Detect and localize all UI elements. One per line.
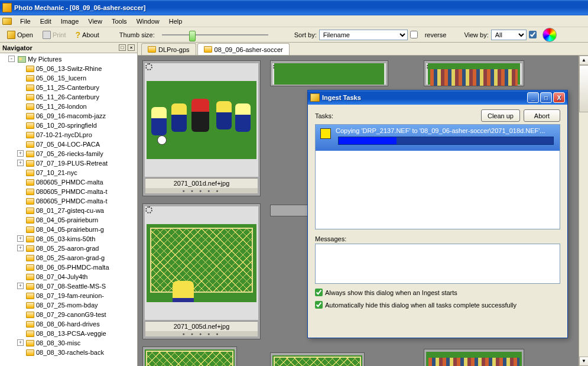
question-icon: ?: [76, 30, 81, 40]
reverse-checkbox[interactable]: [410, 31, 418, 38]
tree-folder[interactable]: 08_07_04-July4th: [26, 272, 136, 281]
tree-folder[interactable]: 08_07_19-fam-reunion-: [26, 291, 136, 300]
task-progress: [338, 137, 554, 145]
tree-folder[interactable]: 080605_PHMDC-malta-t: [26, 187, 136, 196]
viewby-label: View by:: [464, 31, 488, 38]
navigator-restore-button[interactable]: □: [119, 44, 126, 51]
tree-folder[interactable]: 08_07_29-canonG9-test: [26, 310, 136, 319]
tree-folder[interactable]: 07-10-21-nycDLpro: [26, 130, 136, 140]
thumbnail-cell[interactable]: [270, 352, 365, 366]
tree-folder[interactable]: 08_04_05-prairieburn-g: [26, 225, 136, 234]
cleanup-button[interactable]: Clean up: [481, 109, 520, 122]
dialog-titlebar[interactable]: Ingest Tasks _ □ X: [308, 90, 567, 105]
tree-folder[interactable]: 08_01_27-gisteq-cu-wa: [26, 206, 136, 215]
tree-folder[interactable]: 08_05_25-aaron-grad-g: [26, 253, 136, 263]
tab-asher-soccer[interactable]: 08_09_06-asher-soccer: [197, 43, 290, 55]
tree-folder[interactable]: 08_05_03-kims-50th: [26, 234, 136, 244]
navigator-close-button[interactable]: ×: [128, 44, 135, 51]
thumbnail-cell[interactable]: [142, 346, 237, 366]
tree-folder[interactable]: 08_06_05-PHMDC-malta: [26, 263, 136, 272]
tasks-list[interactable]: Copying 'DRP_2137.NEF' to '08_09_06-ashe…: [315, 124, 560, 229]
viewby-checkbox[interactable]: [529, 31, 537, 38]
tree-folder[interactable]: 08_08_30-rachels-back: [26, 348, 136, 357]
tree-folder[interactable]: 080605_PHMDC-malta-t: [26, 196, 136, 206]
dialog-close-button[interactable]: X: [553, 92, 565, 103]
sortby-select[interactable]: Filename: [319, 30, 408, 40]
dialog-minimize-button[interactable]: _: [527, 92, 539, 103]
tree-folder[interactable]: 080605_PHMDC-malta: [26, 177, 136, 187]
tree-folder[interactable]: 05_06_15_lucern: [26, 73, 136, 83]
menu-tools[interactable]: Tools: [107, 17, 132, 26]
tree-folder[interactable]: 05_11_25-Canterbury: [26, 83, 136, 92]
scroll-up-button[interactable]: ▲: [579, 56, 588, 65]
thumb-size-label: Thumb size:: [119, 31, 155, 38]
thumbnail-image: [147, 224, 256, 302]
scroll-thumb[interactable]: [579, 65, 588, 112]
tree-folder[interactable]: 08_08_13-PCSA-veggie: [26, 329, 136, 338]
thumbnail-cell[interactable]: [424, 60, 524, 86]
open-button[interactable]: Open: [4, 30, 37, 40]
tree-folder[interactable]: 07_05_04-LOC-PACA: [26, 140, 136, 149]
tree-root[interactable]: My Pictures: [1, 54, 136, 64]
folder-label: 08_07_08-Seattle-MS-S: [36, 283, 106, 290]
thumb-size-slider[interactable]: [162, 30, 268, 40]
dialog-maximize-button[interactable]: □: [540, 92, 552, 103]
folder-icon: [26, 331, 34, 337]
tree-folder[interactable]: 05_11_26-london: [26, 102, 136, 111]
task-text: Copying 'DRP_2137.NEF' to '08_09_06-ashe…: [336, 127, 556, 134]
print-button[interactable]: Print: [39, 30, 70, 40]
folder-icon: [26, 141, 34, 148]
messages-box[interactable]: [315, 244, 560, 284]
folder-tree[interactable]: My Pictures 05_06_13-Switz-Rhine05_06_15…: [0, 53, 137, 366]
always-show-checkbox[interactable]: [315, 289, 323, 296]
folder-label: 080605_PHMDC-malta-t: [36, 188, 107, 195]
tasks-label: Tasks:: [315, 112, 333, 119]
tree-folder[interactable]: 08_07_08-Seattle-MS-S: [26, 281, 136, 291]
folder-label: 07_10_21-nyc: [36, 169, 77, 176]
folder-label: 08_08_30-rachels-back: [36, 349, 104, 356]
tree-folder[interactable]: 08_04_05-prairieburn: [26, 215, 136, 225]
loading-icon: [145, 206, 152, 213]
menu-edit[interactable]: Edit: [35, 17, 56, 26]
tree-folder[interactable]: 08_07_25-mom-bday: [26, 300, 136, 310]
thumbnail-caption: 2071_001d.nef+jpg: [145, 178, 258, 188]
tree-folder[interactable]: 05_06_13-Switz-Rhine: [26, 64, 136, 73]
folder-icon: [26, 66, 34, 72]
thumbnail-cell[interactable]: 2071_005d.nef+jpg ● ● ● ● ●: [142, 203, 261, 339]
task-item[interactable]: Copying 'DRP_2137.NEF' to '08_09_06-ashe…: [316, 125, 560, 151]
viewby-select[interactable]: All: [491, 30, 527, 40]
tree-folder[interactable]: 07_05_26-riecks-family: [26, 149, 136, 158]
about-button[interactable]: ?About: [72, 29, 103, 41]
scroll-down-button[interactable]: ▼: [579, 357, 588, 366]
tab-dlpro-gps[interactable]: DLPro-gps: [141, 43, 196, 55]
menu-help[interactable]: Help: [164, 17, 187, 26]
folder-icon: [26, 75, 34, 82]
folder-label: 080605_PHMDC-malta-t: [36, 197, 107, 205]
tree-folder[interactable]: 08_08_06-hard-drives: [26, 319, 136, 329]
abort-button[interactable]: Abort: [524, 109, 560, 122]
thumbnail-cell[interactable]: 2071_001d.nef+jpg ● ● ● ● ●: [142, 60, 261, 196]
folder-label: 07_05_04-LOC-PACA: [36, 141, 100, 148]
menu-image[interactable]: Image: [56, 17, 84, 26]
folder-icon: [26, 113, 34, 119]
colorwheel-icon[interactable]: [542, 28, 557, 42]
menu-file[interactable]: File: [15, 17, 35, 26]
tree-folder[interactable]: 06_09_16-macomb-jazz: [26, 111, 136, 121]
folder-icon: [204, 46, 212, 53]
tree-folder[interactable]: 08_05_25-aaron-grad: [26, 244, 136, 253]
thumbnail-cell[interactable]: [270, 60, 388, 86]
tree-folder[interactable]: 05_11_26-Canterbury: [26, 92, 136, 102]
auto-hide-checkbox[interactable]: [315, 301, 323, 309]
tree-folder[interactable]: 08_08_30-misc: [26, 338, 136, 348]
vertical-scrollbar[interactable]: ▲ ▼: [579, 56, 588, 366]
folder-label: 08_01_27-gisteq-cu-wa: [36, 207, 104, 214]
menu-window[interactable]: Window: [132, 17, 164, 26]
tree-folder[interactable]: 07_07_19-PLUS-Retreat: [26, 158, 136, 168]
ingest-tasks-dialog: Ingest Tasks _ □ X Tasks: Clean up Abort…: [307, 90, 568, 338]
tree-folder[interactable]: 07_10_21-nyc: [26, 168, 136, 177]
thumbnail-cell[interactable]: [424, 349, 524, 366]
rating-dots[interactable]: ● ● ● ● ●: [145, 188, 258, 193]
tree-folder[interactable]: 06_10_20-springfield: [26, 121, 136, 130]
rating-dots[interactable]: ● ● ● ● ●: [145, 331, 258, 336]
menu-view[interactable]: View: [83, 17, 107, 26]
